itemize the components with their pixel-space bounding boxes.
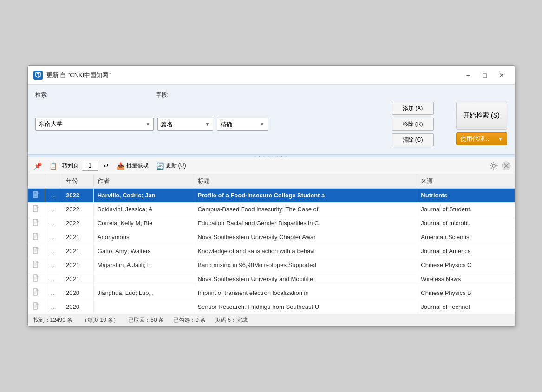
status-found: 找到：12490 条: [33, 316, 73, 324]
table-row[interactable]: ...2021Nova Southeastern University and …: [28, 272, 515, 286]
row-more-options[interactable]: ...: [45, 230, 62, 244]
batch-fetch-button[interactable]: 📥 批量获取: [114, 160, 151, 172]
col-header-source[interactable]: 来源: [417, 174, 515, 189]
table-body: ...2023Harville, Cedric; JanProfile of a…: [28, 189, 515, 314]
update-label: 更新 (U): [166, 162, 186, 170]
svg-rect-9: [33, 289, 38, 295]
proxy-button[interactable]: 使用代理... ▼: [456, 132, 507, 145]
col-header-year[interactable]: 年份: [62, 174, 93, 189]
table-row[interactable]: ...2021AnonymousNova Southeastern Univer…: [28, 230, 515, 244]
svg-rect-4: [33, 219, 38, 226]
row-more-options[interactable]: ...: [45, 244, 62, 258]
title-bar-left: 更新 自 "CNKI中国知网": [33, 71, 111, 80]
search-input[interactable]: [35, 118, 154, 131]
settings-icon[interactable]: [489, 161, 499, 171]
page-input[interactable]: [82, 161, 98, 171]
title-bar-controls: − □ ✕: [461, 70, 509, 81]
svg-rect-3: [33, 205, 38, 212]
table-header: 年份 作者 标题 来源: [28, 174, 515, 189]
table-row[interactable]: ...2022Soldavini, Jessica; ACampus-Based…: [28, 203, 515, 216]
main-window: 更新 自 "CNKI中国知网" − □ ✕ 检索: 字段: ▼ 篇名 关键词: [27, 65, 515, 327]
minimize-button[interactable]: −: [461, 70, 476, 81]
pin-button[interactable]: 📌: [32, 160, 44, 172]
maximize-button[interactable]: □: [477, 70, 492, 81]
search-dropdown-arrow[interactable]: ▼: [144, 120, 152, 128]
row-author: [93, 272, 194, 286]
row-doc-icon: [28, 286, 45, 300]
row-more-options[interactable]: ...: [45, 258, 62, 272]
batch-fetch-icon: 📥: [117, 162, 124, 170]
table-row[interactable]: ...2021Gatto, Amy; WaltersKnowledge of a…: [28, 244, 515, 258]
row-more-options[interactable]: ...: [45, 272, 62, 286]
row-doc-icon: [28, 216, 45, 230]
search-panel: 检索: 字段: ▼ 篇名 关键词 摘要 作者 机构 ▼: [28, 85, 515, 155]
row-year: 2021: [62, 272, 93, 286]
row-title: Sensor Research: Findings from Southeast…: [194, 300, 417, 314]
row-source: Nutrients: [417, 189, 515, 203]
table-row[interactable]: ...2022Correia, Kelly M; BieEducation Ra…: [28, 216, 515, 230]
row-source: Chinese Physics C: [417, 258, 515, 272]
svg-rect-8: [33, 275, 38, 281]
row-source: Journal of America: [417, 244, 515, 258]
row-doc-icon: [28, 258, 45, 272]
row-doc-icon: [28, 203, 45, 216]
batch-fetch-label: 批量获取: [126, 162, 149, 170]
match-select[interactable]: 精确 模糊 包含: [217, 118, 268, 131]
row-year: 2021: [62, 230, 93, 244]
update-button[interactable]: 🔄 更新 (U): [154, 160, 189, 172]
table-row[interactable]: ...2020Sensor Research: Findings from So…: [28, 300, 515, 314]
page-go-button[interactable]: ↵: [101, 160, 111, 172]
clear-button[interactable]: 清除 (C): [392, 133, 434, 146]
row-doc-icon: [28, 230, 45, 244]
row-title: Nova Southeastern University and Mobilit…: [194, 272, 417, 286]
results-table-container: 年份 作者 标题 来源 ...2023Harville, Cedric; Jan…: [28, 174, 515, 314]
row-doc-icon: [28, 300, 45, 314]
row-year: 2020: [62, 300, 93, 314]
copy-icon: 📋: [49, 162, 57, 170]
row-author: Majarshin, A Jalili; L.: [93, 258, 194, 272]
remove-button[interactable]: 移除 (R): [392, 118, 434, 131]
row-more-options[interactable]: ...: [45, 216, 62, 230]
table-row[interactable]: ...2020Jianghua, Luo; Luo, .Imprint of t…: [28, 286, 515, 300]
splitter-handle: · · · · · · · ·: [255, 154, 288, 159]
field-select[interactable]: 篇名 关键词 摘要 作者 机构: [157, 118, 213, 131]
col-header-dots: [45, 174, 62, 189]
field-label: 字段:: [156, 91, 169, 99]
status-per-page: （每页 10 条）: [82, 316, 119, 324]
row-source: Journal of Technol: [417, 300, 515, 314]
close-button[interactable]: ✕: [494, 70, 509, 81]
table-row[interactable]: ...2023Harville, Cedric; JanProfile of a…: [28, 189, 515, 203]
col-header-title[interactable]: 标题: [194, 174, 417, 189]
row-year: 2021: [62, 244, 93, 258]
page-go-icon: ↵: [104, 162, 109, 170]
results-table: 年份 作者 标题 来源 ...2023Harville, Cedric; Jan…: [28, 174, 515, 314]
row-more-options[interactable]: ...: [45, 300, 62, 314]
row-year: 2020: [62, 286, 93, 300]
row-author: Harville, Cedric; Jan: [93, 189, 194, 203]
pin-icon: 📌: [34, 162, 42, 170]
search-label: 检索:: [35, 91, 156, 99]
copy-button[interactable]: 📋: [47, 160, 59, 172]
row-title: Nova Southeastern University Chapter Awa…: [194, 230, 417, 244]
match-select-wrapper: 精确 模糊 包含 ▼: [217, 118, 268, 131]
table-row[interactable]: ...2021Majarshin, A Jalili; L.Band mixin…: [28, 258, 515, 272]
row-more-options[interactable]: ...: [45, 203, 62, 216]
col-header-author[interactable]: 作者: [93, 174, 194, 189]
status-retrieved: 已取回：50 条: [128, 316, 164, 324]
close-results-icon[interactable]: [502, 161, 511, 170]
status-checked: 已勾选：0 条: [173, 316, 206, 324]
row-author: Jianghua, Luo; Luo, .: [93, 286, 194, 300]
row-title: Education Racial and Gender Disparities …: [194, 216, 417, 230]
row-source: Chinese Physics B: [417, 286, 515, 300]
row-doc-icon: [28, 189, 45, 203]
row-source: Journal of Student.: [417, 203, 515, 216]
svg-rect-6: [33, 247, 38, 254]
app-icon: [33, 71, 43, 80]
svg-point-0: [492, 164, 495, 167]
row-more-options[interactable]: ...: [45, 189, 62, 203]
row-more-options[interactable]: ...: [45, 286, 62, 300]
start-search-button[interactable]: 开始检索 (S): [456, 102, 507, 130]
add-button[interactable]: 添加 (A): [392, 102, 434, 115]
row-author: [93, 300, 194, 314]
toolbar: 📌 📋 转到页 ↵ 📥 批量获取 🔄 更新 (U): [28, 157, 515, 174]
